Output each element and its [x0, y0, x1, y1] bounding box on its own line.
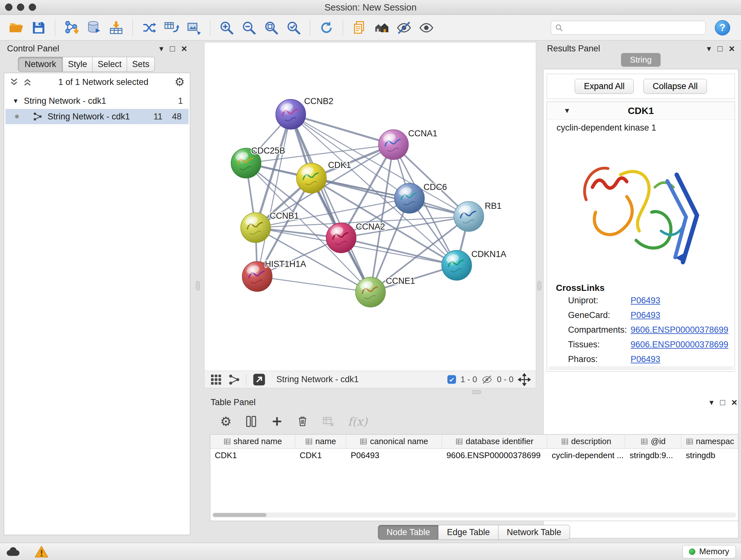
table-cell[interactable]: CDK1 [210, 450, 295, 460]
tab-sets[interactable]: Sets [127, 57, 155, 72]
column-header-shared-name[interactable]: shared name [210, 435, 295, 448]
network-node-rb1[interactable]: RB1 [454, 201, 502, 232]
network-node-cdkn1a[interactable]: CDKN1A [442, 249, 507, 280]
table-cell[interactable]: stringdb [681, 450, 738, 460]
clone-network-button[interactable] [161, 18, 181, 38]
tab-style[interactable]: Style [63, 57, 92, 72]
cloud-icon[interactable] [5, 547, 20, 557]
section-expand-icon[interactable]: ▼ [563, 107, 570, 115]
network-canvas[interactable]: CCNB2CCNA1CDC25BCDK1CDC6RB1CCNB1CCNA2CDK… [205, 43, 536, 371]
warning-icon[interactable] [35, 545, 49, 558]
zoom-in-button[interactable] [217, 18, 237, 38]
network-edge[interactable] [257, 276, 370, 292]
table-cell[interactable]: cyclin-dependent ... [547, 450, 625, 460]
grid-view-icon[interactable] [210, 373, 222, 386]
zoom-window-button[interactable] [29, 3, 36, 11]
tab-network-table[interactable]: Network Table [498, 525, 570, 540]
network-collection-row[interactable]: ▼ String Network - cdk1 1 [4, 94, 190, 108]
table-cell[interactable]: 9606.ENSP00000378699 [442, 450, 547, 460]
zoom-selected-button[interactable] [284, 18, 304, 38]
splitter-handle[interactable] [472, 390, 481, 394]
column-header--id[interactable]: @id [625, 435, 681, 448]
show-columns-icon[interactable] [245, 415, 258, 428]
network-edge[interactable] [341, 238, 457, 265]
column-header-namespac[interactable]: namespac [681, 435, 738, 448]
table-cell[interactable]: stringdb:9... [625, 450, 681, 460]
memory-button[interactable]: Memory [682, 545, 736, 558]
splitter-handle[interactable] [196, 281, 200, 291]
splitter-handle[interactable] [537, 281, 541, 291]
new-network-from-selection-button[interactable] [139, 18, 159, 38]
delete-column-icon[interactable] [296, 415, 309, 428]
clipboard-button[interactable] [349, 18, 369, 38]
tab-string[interactable]: String [621, 53, 661, 67]
import-table-button[interactable] [106, 18, 126, 38]
add-column-icon[interactable] [271, 415, 283, 428]
tab-network[interactable]: Network [18, 57, 63, 72]
table-row[interactable]: CDK1CDK1P064939606.ENSP00000378699cyclin… [210, 449, 738, 462]
gene-section-header[interactable]: ▼ CDK1 [547, 102, 735, 120]
column-header-description[interactable]: description [547, 435, 625, 448]
network-edge[interactable] [257, 114, 291, 276]
expand-all-networks-icon[interactable] [23, 77, 32, 87]
pan-crosshair-icon[interactable] [518, 373, 531, 386]
collapse-all-networks-icon[interactable] [9, 77, 19, 87]
import-network-database-button[interactable] [84, 18, 104, 38]
panel-close-icon[interactable]: × [731, 397, 737, 408]
export-image-button[interactable] [184, 18, 204, 38]
panel-float-icon[interactable]: □ [170, 44, 175, 53]
column-header-name[interactable]: name [295, 435, 346, 448]
crosslink-value[interactable]: P06493 [630, 354, 660, 364]
panel-close-icon[interactable]: × [181, 44, 187, 54]
collection-expand-icon[interactable]: ▼ [12, 98, 19, 105]
share-network-icon[interactable] [228, 374, 240, 386]
crosslink-value[interactable]: P06493 [630, 296, 660, 306]
minimize-window-button[interactable] [17, 3, 24, 11]
search-input[interactable] [566, 23, 702, 33]
column-header-database-identifier[interactable]: database identifier [442, 435, 547, 448]
crosslink-value[interactable]: 9606.ENSP00000378699 [630, 325, 728, 335]
refresh-button[interactable] [317, 18, 336, 38]
network-node-ccna2[interactable]: CCNA2 [326, 222, 385, 253]
hide-selected-button[interactable] [394, 18, 414, 38]
tab-node-table[interactable]: Node Table [378, 525, 439, 540]
section-scrollbar[interactable] [548, 366, 733, 370]
crosslink-value[interactable]: P06493 [630, 310, 660, 320]
column-header-canonical-name[interactable]: canonical name [346, 435, 442, 448]
crosslink-row: GeneCard:P06493 [547, 308, 735, 322]
open-session-button[interactable] [6, 18, 26, 38]
tab-edge-table[interactable]: Edge Table [439, 525, 498, 540]
import-network-file-button[interactable] [62, 18, 81, 38]
panel-menu-icon[interactable]: ▾ [710, 398, 714, 407]
network-node-ccna1[interactable]: CCNA1 [379, 129, 437, 160]
selected-checkbox[interactable] [448, 375, 456, 384]
tab-select[interactable]: Select [92, 57, 127, 72]
network-node-hist1h1a[interactable]: HIST1H1A [242, 259, 306, 292]
table-cell[interactable]: P06493 [346, 450, 442, 460]
search-box[interactable] [551, 21, 706, 35]
table-cell[interactable]: CDK1 [295, 450, 346, 460]
close-window-button[interactable] [5, 3, 12, 11]
panel-menu-icon[interactable]: ▾ [707, 44, 711, 53]
open-in-new-icon[interactable] [252, 373, 266, 387]
hidden-eye-slash-icon[interactable] [482, 374, 492, 385]
table-options-gear-icon[interactable]: ⚙ [220, 415, 232, 428]
scrollbar-thumb[interactable] [213, 513, 266, 517]
show-all-button[interactable] [416, 18, 436, 38]
network-node-ccnb1[interactable]: CCNB1 [241, 211, 299, 243]
panel-menu-icon[interactable]: ▾ [159, 44, 163, 53]
expand-all-button[interactable]: Expand All [575, 79, 634, 94]
collapse-all-button[interactable]: Collapse All [643, 79, 707, 94]
network-row-selected[interactable]: String Network - cdk1 11 48 [5, 109, 189, 124]
crosslink-value[interactable]: 9606.ENSP00000378699 [630, 340, 728, 350]
network-edge[interactable] [291, 114, 394, 145]
panel-float-icon[interactable]: □ [718, 44, 723, 53]
help-icon[interactable]: ? [715, 20, 730, 36]
save-session-button[interactable] [29, 18, 49, 38]
panel-close-icon[interactable]: × [729, 44, 735, 54]
zoom-fit-button[interactable] [261, 18, 281, 38]
browser-button[interactable] [372, 18, 392, 38]
panel-float-icon[interactable]: □ [720, 398, 725, 407]
zoom-out-button[interactable] [239, 18, 259, 38]
network-options-gear-icon[interactable]: ⚙ [175, 76, 185, 88]
